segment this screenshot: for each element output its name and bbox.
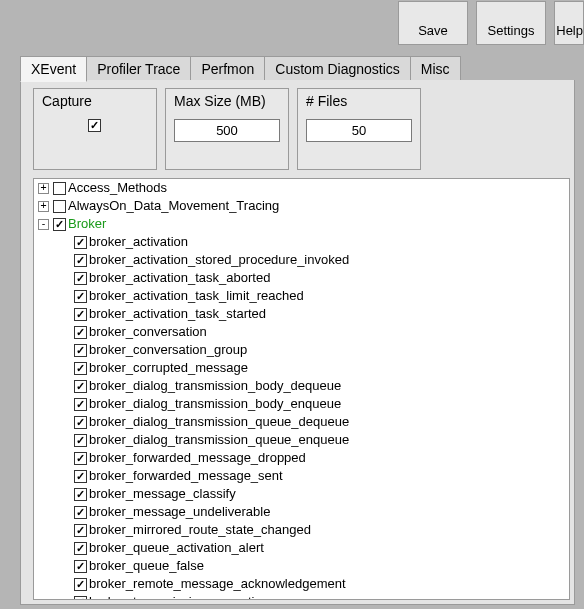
tree-label[interactable]: broker_activation_task_started xyxy=(89,305,266,323)
tab-xevent[interactable]: XEvent xyxy=(20,56,87,82)
tree-node[interactable]: +AlwaysOn_Data_Movement_Tracing xyxy=(34,197,569,215)
tree-label[interactable]: broker_message_undeliverable xyxy=(89,503,270,521)
save-button[interactable]: Save xyxy=(398,1,468,45)
tree-node[interactable]: broker_activation_task_started xyxy=(34,305,569,323)
tab-profiler-trace[interactable]: Profiler Trace xyxy=(86,56,191,82)
tree-checkbox[interactable] xyxy=(74,236,87,249)
tab-body-xevent: Capture Max Size (MB) # Files +Access_Me… xyxy=(20,80,575,605)
tree-checkbox[interactable] xyxy=(74,398,87,411)
tree-checkbox[interactable] xyxy=(74,506,87,519)
tree-label[interactable]: broker_activation xyxy=(89,233,188,251)
tree-checkbox[interactable] xyxy=(74,524,87,537)
tree-checkbox[interactable] xyxy=(74,308,87,321)
tree-node[interactable]: broker_activation_task_aborted xyxy=(34,269,569,287)
tree-node[interactable]: broker_dialog_transmission_body_enqueue xyxy=(34,395,569,413)
tree-checkbox[interactable] xyxy=(74,254,87,267)
files-group: # Files xyxy=(297,88,421,170)
tree-label[interactable]: broker_conversation xyxy=(89,323,207,341)
tree-checkbox[interactable] xyxy=(74,380,87,393)
tree-label[interactable]: broker_activation_task_limit_reached xyxy=(89,287,304,305)
tree-label[interactable]: broker_forwarded_message_sent xyxy=(89,467,283,485)
tree-checkbox[interactable] xyxy=(74,290,87,303)
tree-checkbox[interactable] xyxy=(74,560,87,573)
tree-label[interactable]: broker_queue_activation_alert xyxy=(89,539,264,557)
tree-node[interactable]: broker_message_classify xyxy=(34,485,569,503)
collapse-icon[interactable]: - xyxy=(38,219,49,230)
tree-node[interactable]: broker_dialog_transmission_queue_dequeue xyxy=(34,413,569,431)
tab-perfmon[interactable]: Perfmon xyxy=(190,56,265,82)
tree-node[interactable]: broker_queue_false xyxy=(34,557,569,575)
capture-group: Capture xyxy=(33,88,157,170)
tree-label[interactable]: broker_activation_stored_procedure_invok… xyxy=(89,251,349,269)
tree-label[interactable]: AlwaysOn_Data_Movement_Tracing xyxy=(68,197,279,215)
tree-label[interactable]: broker_dialog_transmission_queue_enqueue xyxy=(89,431,349,449)
tab-strip: XEventProfiler TracePerfmonCustom Diagno… xyxy=(20,55,575,82)
tree-label[interactable]: broker_queue_false xyxy=(89,557,204,575)
tree-label[interactable]: broker_activation_task_aborted xyxy=(89,269,270,287)
tree-label[interactable]: broker_forwarded_message_dropped xyxy=(89,449,306,467)
tree-checkbox[interactable] xyxy=(53,218,66,231)
tree-checkbox[interactable] xyxy=(74,344,87,357)
tree-label[interactable]: broker_dialog_transmission_body_enqueue xyxy=(89,395,341,413)
tree-node[interactable]: broker_conversation_group xyxy=(34,341,569,359)
tree-node[interactable]: broker_corrupted_message xyxy=(34,359,569,377)
tree-node[interactable]: broker_dialog_transmission_queue_enqueue xyxy=(34,431,569,449)
tree-checkbox[interactable] xyxy=(74,416,87,429)
tree-label[interactable]: broker_transmission_exception xyxy=(89,593,269,600)
tree-checkbox[interactable] xyxy=(74,434,87,447)
tree-node[interactable]: broker_remote_message_acknowledgement xyxy=(34,575,569,593)
tree-node[interactable]: broker_activation_stored_procedure_invok… xyxy=(34,251,569,269)
tree-node[interactable]: broker_mirrored_route_state_changed xyxy=(34,521,569,539)
tree-checkbox[interactable] xyxy=(74,488,87,501)
files-label: # Files xyxy=(306,93,412,109)
expand-icon[interactable]: + xyxy=(38,201,49,212)
tree-node[interactable]: broker_conversation xyxy=(34,323,569,341)
tree-node[interactable]: broker_activation xyxy=(34,233,569,251)
tree-label[interactable]: broker_dialog_transmission_body_dequeue xyxy=(89,377,341,395)
tree-label[interactable]: broker_message_classify xyxy=(89,485,236,503)
tab-misc[interactable]: Misc xyxy=(410,56,461,82)
tree-checkbox[interactable] xyxy=(53,182,66,195)
capture-label: Capture xyxy=(42,93,148,109)
tree-checkbox[interactable] xyxy=(74,362,87,375)
tree-label[interactable]: broker_remote_message_acknowledgement xyxy=(89,575,346,593)
tree-node[interactable]: -Broker xyxy=(34,215,569,233)
maxsize-group: Max Size (MB) xyxy=(165,88,289,170)
tree-label[interactable]: broker_dialog_transmission_queue_dequeue xyxy=(89,413,349,431)
tree-label[interactable]: Broker xyxy=(68,215,106,233)
tree-label[interactable]: Access_Methods xyxy=(68,179,167,197)
maxsize-input[interactable] xyxy=(174,119,280,142)
tree-label[interactable]: broker_conversation_group xyxy=(89,341,247,359)
tree-node[interactable]: +Access_Methods xyxy=(34,179,569,197)
tree-node[interactable]: broker_activation_task_limit_reached xyxy=(34,287,569,305)
tree-checkbox[interactable] xyxy=(74,542,87,555)
event-tree[interactable]: +Access_Methods+AlwaysOn_Data_Movement_T… xyxy=(33,178,570,600)
tree-label[interactable]: broker_corrupted_message xyxy=(89,359,248,377)
tree-node[interactable]: broker_dialog_transmission_body_dequeue xyxy=(34,377,569,395)
tree-node[interactable]: broker_forwarded_message_sent xyxy=(34,467,569,485)
tree-node[interactable]: broker_transmission_exception xyxy=(34,593,569,600)
tree-checkbox[interactable] xyxy=(74,326,87,339)
tab-custom-diagnostics[interactable]: Custom Diagnostics xyxy=(264,56,411,82)
tree-label[interactable]: broker_mirrored_route_state_changed xyxy=(89,521,311,539)
capture-checkbox[interactable] xyxy=(88,119,101,132)
tree-node[interactable]: broker_message_undeliverable xyxy=(34,503,569,521)
tree-node[interactable]: broker_forwarded_message_dropped xyxy=(34,449,569,467)
help-button[interactable]: Help xyxy=(554,1,584,45)
settings-button[interactable]: Settings xyxy=(476,1,546,45)
tree-node[interactable]: broker_queue_activation_alert xyxy=(34,539,569,557)
expand-icon[interactable]: + xyxy=(38,183,49,194)
tree-checkbox[interactable] xyxy=(53,200,66,213)
tree-checkbox[interactable] xyxy=(74,272,87,285)
maxsize-label: Max Size (MB) xyxy=(174,93,280,109)
tree-checkbox[interactable] xyxy=(74,470,87,483)
tree-checkbox[interactable] xyxy=(74,452,87,465)
tree-checkbox[interactable] xyxy=(74,578,87,591)
tree-checkbox[interactable] xyxy=(74,596,87,601)
files-input[interactable] xyxy=(306,119,412,142)
